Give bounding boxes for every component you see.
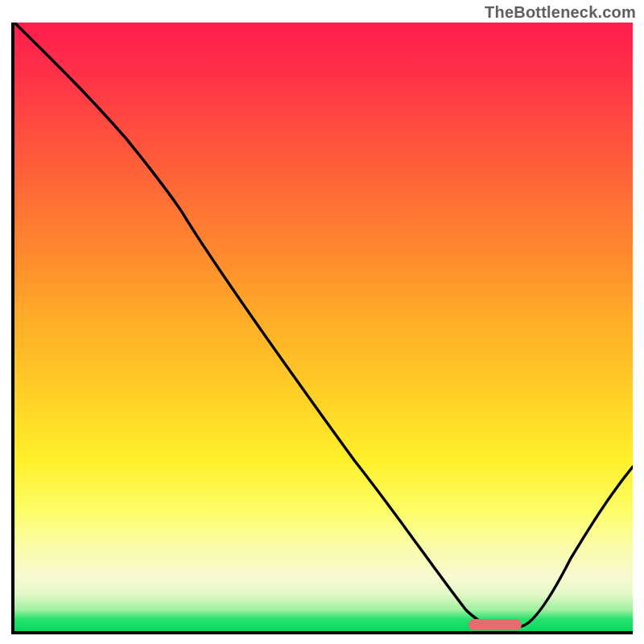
bottleneck-curve: [14, 23, 633, 631]
optimum-marker: [469, 619, 521, 630]
plot-area: [11, 23, 633, 634]
curve-path: [14, 23, 633, 626]
watermark-text: TheBottleneck.com: [485, 3, 636, 22]
chart-wrapper: TheBottleneck.com: [0, 0, 644, 644]
